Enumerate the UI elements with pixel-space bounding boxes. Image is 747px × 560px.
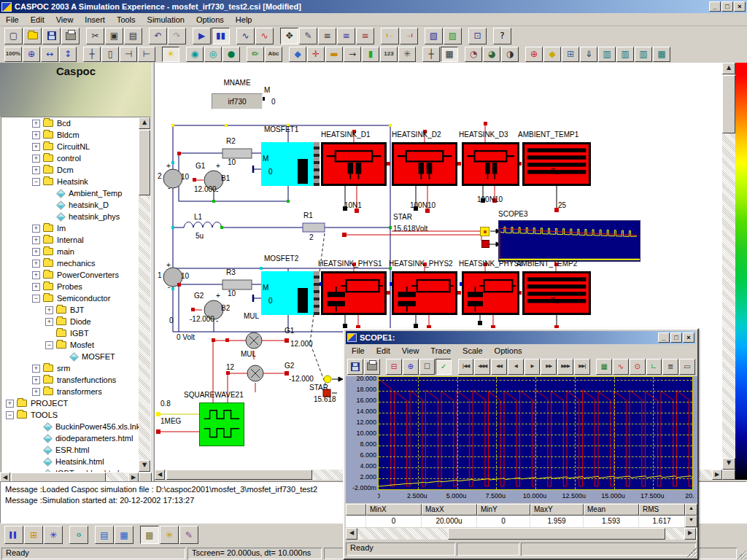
tree-item-probes[interactable]: +Probes — [1, 281, 150, 292]
collapse-icon[interactable]: − — [32, 178, 40, 186]
expand-icon[interactable]: + — [32, 166, 40, 174]
clock-button[interactable]: ◔ — [465, 47, 482, 62]
scope1-hscrollbar[interactable]: ◀ ▶ — [346, 528, 697, 540]
menu-options[interactable]: Options — [190, 14, 230, 26]
tree-scroll-up-icon[interactable]: ▲ — [139, 117, 150, 129]
mosfet1-block[interactable] — [261, 142, 314, 186]
tree-vscrollbar[interactable]: ▲ ▼ — [139, 117, 150, 472]
crosshair-button[interactable]: ┼ — [422, 47, 440, 62]
pan-view-button[interactable]: ⊕ — [525, 47, 543, 62]
library-add-button[interactable]: ▧ — [425, 28, 443, 44]
grid-toggle-button[interactable]: ▦ — [441, 47, 458, 62]
heatsink-phys1-block[interactable] — [321, 271, 387, 315]
xy-plot-button[interactable]: ⊙ — [630, 359, 646, 375]
heatsink-phys3-block[interactable] — [462, 271, 519, 315]
fill-color-button[interactable]: ◕ — [483, 47, 500, 62]
tree-item-circuitnl[interactable]: +CircuitNL — [1, 141, 150, 152]
edit-picture-button[interactable]: ✳ — [160, 526, 179, 544]
zoom-extents-button[interactable]: ⊕ — [23, 47, 40, 62]
scope1-window[interactable]: SCOPE1: _ □ × FileEditViewTraceScaleOpti… — [343, 328, 699, 560]
menu-insert[interactable]: Insert — [79, 14, 111, 26]
scope-menu-trace[interactable]: Trace — [425, 345, 457, 357]
initial-id-button[interactable]: I→ — [381, 28, 399, 44]
menu-file[interactable]: File — [0, 14, 25, 26]
copy-world-button[interactable]: ◎ — [204, 47, 222, 62]
tree-item-bldcm[interactable]: +Bldcm — [1, 129, 150, 141]
resize-grip[interactable] — [737, 550, 746, 559]
tree-item-mosfet[interactable]: MOSFET — [1, 351, 150, 362]
scope-menu-file[interactable]: File — [346, 345, 371, 357]
tree-item-internal[interactable]: +Internal — [1, 234, 150, 246]
components-button[interactable]: ✳ — [44, 526, 63, 544]
expand-icon[interactable]: + — [32, 260, 40, 268]
scope3-input1-connector[interactable] — [480, 227, 489, 236]
scope1-plot[interactable] — [378, 376, 693, 490]
menu-edit[interactable]: Edit — [25, 14, 50, 26]
tree-item-buckinpower456-xls-lnk[interactable]: BuckinPower456.xls.lnk — [1, 421, 150, 432]
show-picture-button[interactable]: ▩ — [140, 526, 159, 544]
scope-select-box-button[interactable]: ☐ — [419, 359, 436, 375]
scope1-scroll-right-icon[interactable]: ▶ — [684, 528, 696, 540]
expand-icon[interactable]: + — [32, 376, 40, 384]
expand-icon[interactable]: + — [32, 225, 40, 233]
scope-print-button[interactable] — [364, 359, 380, 375]
wizard-button[interactable]: ✳ — [398, 47, 416, 62]
tree-item-bjt[interactable]: +BJT — [1, 304, 150, 316]
web-publish-button[interactable]: ● — [222, 47, 240, 62]
nav-back-button[interactable]: ◀◀ — [491, 359, 507, 375]
menu-help[interactable]: Help — [230, 14, 258, 26]
menu-simulation[interactable]: Simulation — [142, 14, 190, 26]
tree-item-control[interactable]: +control — [1, 152, 150, 164]
expand-icon[interactable]: + — [32, 365, 40, 373]
mosfet2-block[interactable] — [261, 271, 314, 315]
menu-view[interactable]: View — [50, 14, 80, 26]
canvas-scroll-left-icon[interactable]: ◀ — [155, 470, 165, 480]
scope1-titlebar[interactable]: SCOPE1: _ □ × — [346, 331, 696, 344]
scope1-scroll-left-icon[interactable]: ◀ — [346, 528, 357, 540]
tree-item-mechanics[interactable]: +mechanics — [1, 257, 150, 269]
expand-icon[interactable]: + — [45, 318, 53, 326]
chip-c-button[interactable]: ▥ — [616, 47, 634, 62]
tree-item-project[interactable]: +PROJECT — [1, 397, 150, 409]
tree-item-ambient-temp[interactable]: Ambient_Temp — [1, 187, 150, 199]
scope-autoscale-button[interactable]: ✓ — [436, 359, 452, 375]
trace-style-button[interactable]: ∿ — [613, 359, 629, 375]
scope-layout-button[interactable]: ⊟ — [386, 359, 402, 375]
tree-item-srm[interactable]: +srm — [1, 362, 150, 374]
add-wire-button[interactable]: ┼ — [83, 47, 101, 62]
expand-icon[interactable]: + — [32, 143, 40, 151]
maximize-button[interactable]: □ — [721, 1, 733, 12]
tree-item-transferfunctions[interactable]: +transferfunctions — [1, 374, 150, 386]
tree-item-esr-html[interactable]: ESR.html — [1, 444, 150, 456]
close-button[interactable]: × — [734, 1, 746, 12]
sort-list-button[interactable]: ⇓ — [580, 47, 597, 62]
nav-last-button[interactable]: ▶▶| — [574, 359, 590, 375]
trace-list-button[interactable]: ≣ — [662, 359, 678, 375]
contrast-button[interactable]: ◑ — [501, 47, 519, 62]
window-tile-button[interactable]: ▦ — [115, 526, 133, 544]
scope1-minimize-button[interactable]: _ — [658, 332, 670, 343]
pan-hand-button[interactable]: ✥ — [280, 28, 298, 44]
menu-tools[interactable]: Tools — [111, 14, 142, 26]
highlight-button[interactable]: ☀ — [162, 47, 179, 62]
tree-item-igbt[interactable]: IGBT — [1, 327, 150, 339]
scope3-plot[interactable] — [498, 220, 640, 262]
tree-item-dcm[interactable]: +Dcm — [1, 164, 150, 176]
nav-fast-back-button[interactable]: ◀◀◀ — [474, 359, 490, 375]
canvas-scroll-right-icon[interactable]: ▶ — [712, 470, 722, 480]
nav-first-button[interactable]: |◀◀ — [458, 359, 474, 375]
pause-simulation-button[interactable]: ▮▮ — [212, 28, 230, 44]
scope-menu-edit[interactable]: Edit — [371, 345, 396, 357]
zoom-100-button[interactable]: 100% — [4, 47, 22, 62]
stats-scroll-up-icon[interactable]: ▲ — [685, 504, 697, 516]
mname-parameter-block[interactable]: irf730 — [212, 93, 263, 109]
nav-fwd-button[interactable]: ▶▶ — [541, 359, 557, 375]
scope-menu-options[interactable]: Options — [489, 345, 528, 357]
nav-fast-fwd-button[interactable]: ▶▶▶ — [557, 359, 573, 375]
library-blocks-button[interactable]: ▌▌ — [4, 526, 23, 544]
tree-item-main[interactable]: +main — [1, 246, 150, 257]
tree-item-heatsink-html[interactable]: Heatsink.html — [1, 456, 150, 467]
canvas-vscroll-thumb[interactable] — [722, 75, 735, 133]
tree-item-mosfet[interactable]: −Mosfet — [1, 339, 150, 351]
tree-item-diode[interactable]: +Diode — [1, 316, 150, 327]
